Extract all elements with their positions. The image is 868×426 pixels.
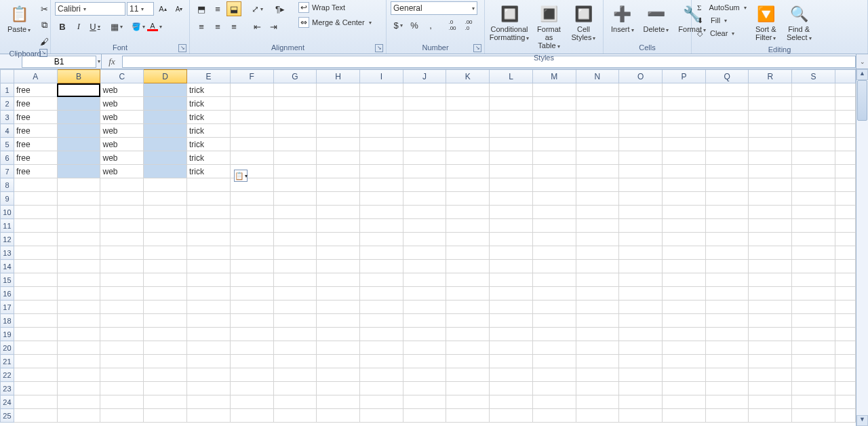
cell-B12[interactable] — [57, 233, 100, 246]
cell-Q15[interactable] — [705, 273, 749, 287]
cell-K3[interactable] — [446, 111, 490, 124]
increase-decimal-button[interactable]: .0.00 — [445, 18, 460, 33]
cell-H5[interactable] — [317, 138, 360, 151]
cell-O9[interactable] — [619, 192, 663, 206]
row-header-13[interactable]: 13 — [1, 246, 14, 260]
row-header-8[interactable]: 8 — [1, 178, 14, 192]
cell-I9[interactable] — [360, 192, 403, 206]
cell-M19[interactable] — [532, 328, 576, 341]
cell-A17[interactable] — [14, 301, 57, 314]
cell-B23[interactable] — [57, 382, 100, 395]
cell-L25[interactable] — [490, 409, 533, 423]
cell-G8[interactable] — [273, 178, 317, 192]
cell-C15[interactable] — [100, 273, 144, 287]
cell-O19[interactable] — [619, 328, 663, 341]
cell-J25[interactable] — [403, 409, 446, 423]
cell-J17[interactable] — [403, 301, 446, 314]
grow-font-button[interactable]: A▴ — [155, 1, 170, 16]
cell-E14[interactable] — [187, 260, 231, 273]
cell-H7[interactable] — [317, 165, 360, 178]
cell-O15[interactable] — [619, 273, 663, 287]
cell-E6[interactable]: trick — [187, 151, 231, 165]
row-header-21[interactable]: 21 — [1, 355, 14, 368]
cell-O22[interactable] — [619, 368, 663, 382]
percent-button[interactable]: % — [407, 18, 422, 33]
cell-O11[interactable] — [619, 219, 663, 233]
cell-F13[interactable] — [230, 246, 273, 260]
formula-expand-button[interactable]: ⌄ — [856, 54, 868, 69]
cell-H20[interactable] — [317, 341, 360, 355]
font-name-combo[interactable]: Calibri▾ — [55, 2, 125, 16]
cell-J3[interactable] — [403, 111, 446, 124]
cell-R25[interactable] — [749, 409, 792, 423]
cell-I5[interactable] — [360, 138, 403, 151]
name-box-dropdown[interactable]: ▾ — [96, 58, 101, 64]
cell-N4[interactable] — [576, 124, 619, 138]
cell-O24[interactable] — [619, 395, 663, 409]
cell-S14[interactable] — [792, 260, 835, 273]
cell-C13[interactable] — [100, 246, 144, 260]
cell-O5[interactable] — [619, 138, 663, 151]
cell-P25[interactable] — [663, 409, 706, 423]
cell-B9[interactable] — [57, 192, 100, 206]
cell-G19[interactable] — [273, 328, 317, 341]
cell-N22[interactable] — [576, 368, 619, 382]
cell-E10[interactable] — [187, 206, 231, 219]
cell-C7[interactable]: web — [100, 165, 144, 178]
cell-D3[interactable] — [144, 111, 187, 124]
border-button[interactable]: ▦ — [109, 19, 124, 34]
cell-F3[interactable] — [230, 111, 273, 124]
align-bottom-button[interactable]: ⬓ — [226, 1, 241, 16]
cell-N25[interactable] — [576, 409, 619, 423]
cell-K16[interactable] — [446, 287, 490, 301]
column-header-C[interactable]: C — [100, 70, 144, 83]
cell-F15[interactable] — [230, 273, 273, 287]
cell-M23[interactable] — [532, 382, 576, 395]
cell-P20[interactable] — [663, 341, 706, 355]
cell-E8[interactable] — [187, 178, 231, 192]
cell-H22[interactable] — [317, 368, 360, 382]
cell-H8[interactable] — [317, 178, 360, 192]
cell-K5[interactable] — [446, 138, 490, 151]
cell-N13[interactable] — [576, 246, 619, 260]
cell-L24[interactable] — [490, 395, 533, 409]
cell-R4[interactable] — [749, 124, 792, 138]
cell-D4[interactable] — [144, 124, 187, 138]
cell-J15[interactable] — [403, 273, 446, 287]
cell-S13[interactable] — [792, 246, 835, 260]
cell-B20[interactable] — [57, 341, 100, 355]
column-header-O[interactable]: O — [619, 70, 663, 83]
cell-B14[interactable] — [57, 260, 100, 273]
cell-C25[interactable] — [100, 409, 144, 423]
cell-D14[interactable] — [144, 260, 187, 273]
cell-M10[interactable] — [532, 206, 576, 219]
cell-Q16[interactable] — [705, 287, 749, 301]
cell-D12[interactable] — [144, 233, 187, 246]
cell-S16[interactable] — [792, 287, 835, 301]
cell-E13[interactable] — [187, 246, 231, 260]
vertical-scrollbar[interactable]: ▲ ▼ — [856, 69, 868, 426]
cell-C2[interactable]: web — [100, 97, 144, 111]
cell-styles-button[interactable]: 🔲CellStyles — [568, 1, 599, 45]
cell-L16[interactable] — [490, 287, 533, 301]
cell-P15[interactable] — [663, 273, 706, 287]
accounting-button[interactable]: $ — [391, 18, 406, 33]
orientation-button[interactable]: ⤢ — [250, 1, 264, 16]
cell-O13[interactable] — [619, 246, 663, 260]
cell-O6[interactable] — [619, 151, 663, 165]
clipboard-dialog-launcher[interactable]: ↘ — [39, 49, 47, 57]
worksheet-grid[interactable]: ABCDEFGHIJKLMNOPQRS 1freewebtrick2freewe… — [0, 69, 856, 423]
cell-N24[interactable] — [576, 395, 619, 409]
cell-E22[interactable] — [187, 368, 231, 382]
scroll-down-button[interactable]: ▼ — [856, 415, 868, 426]
cell-N6[interactable] — [576, 151, 619, 165]
cell-I8[interactable] — [360, 178, 403, 192]
select-all-corner[interactable] — [1, 70, 14, 83]
cell-S8[interactable] — [792, 178, 835, 192]
row-header-22[interactable]: 22 — [1, 368, 14, 382]
italic-button[interactable]: I — [71, 19, 86, 34]
cell-G3[interactable] — [273, 111, 317, 124]
cell-M4[interactable] — [532, 124, 576, 138]
cell-D20[interactable] — [144, 341, 187, 355]
cell-B10[interactable] — [57, 206, 100, 219]
